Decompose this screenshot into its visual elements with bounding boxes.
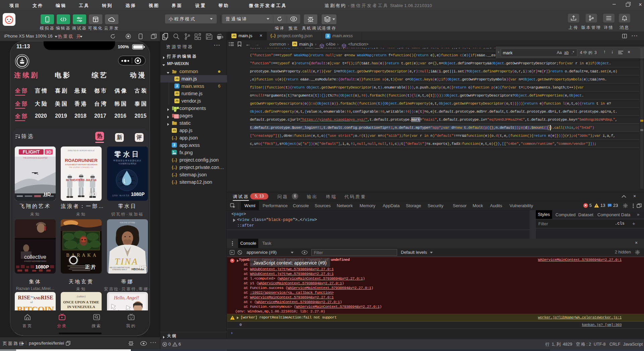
svg-text:HBO DOCUMENTARY FILMS: HBO DOCUMENTARY FILMS (110, 267, 130, 269)
svg-text:中国首部全球水资源纪录片: 中国首部全球水资源纪录片 (113, 159, 142, 162)
svg-text:A FILM BY ALEXANDER NANAU: A FILM BY ALEXANDER NANAU (24, 260, 47, 262)
svg-text:of: of (30, 300, 33, 304)
svg-text:RISE: RISE (41, 295, 53, 300)
svg-text:FLIGHT: FLIGHT (23, 149, 40, 155)
svg-text:STREAMING MAR 27: STREAMING MAR 27 (112, 269, 127, 271)
svg-text:ROADRUNNER: ROADRUNNER (65, 158, 98, 163)
svg-text:零水日: 零水日 (114, 151, 141, 158)
svg-text:ONCE UPON A TIME: ONCE UPON A TIME (63, 300, 99, 304)
svg-text:Hello, Angel!: Hello, Angel! (113, 295, 139, 300)
svg-text:THE EXPANSIVE ELEVATED: THE EXPANSIVE ELEVATED (23, 157, 48, 159)
svg-text:3D: 3D (46, 150, 52, 155)
svg-text:(cahier): (cahier) (77, 295, 86, 298)
svg-text:IN THEATERS JULY 16: IN THEATERS JULY 16 (66, 178, 96, 182)
svg-text:TINA: TINA (115, 256, 139, 267)
svg-text:collective: collective (24, 254, 46, 260)
svg-text:RISE: RISE (18, 295, 30, 300)
svg-text:AND: AND (33, 296, 41, 300)
svg-text:HOW SHE GOT FREE: HOW SHE GOT FREE (120, 222, 135, 224)
svg-text:A FILM ABOUT ANTHONY BOURDAIN: A FILM ABOUT ANTHONY BOURDAIN (65, 164, 97, 166)
svg-text:IN VENEZUELA: IN VENEZUELA (67, 305, 95, 309)
svg-text:4.22地球日全球同步: 4.22地球日全球同步 (118, 163, 137, 165)
svg-text:THE JOURNEY CHANGES YOU: THE JOURNEY CHANGES YOU (69, 166, 94, 168)
svg-text:DIRECTED BY MORGAN NEVILLE: DIRECTED BY MORGAN NEVILLE (68, 150, 95, 152)
